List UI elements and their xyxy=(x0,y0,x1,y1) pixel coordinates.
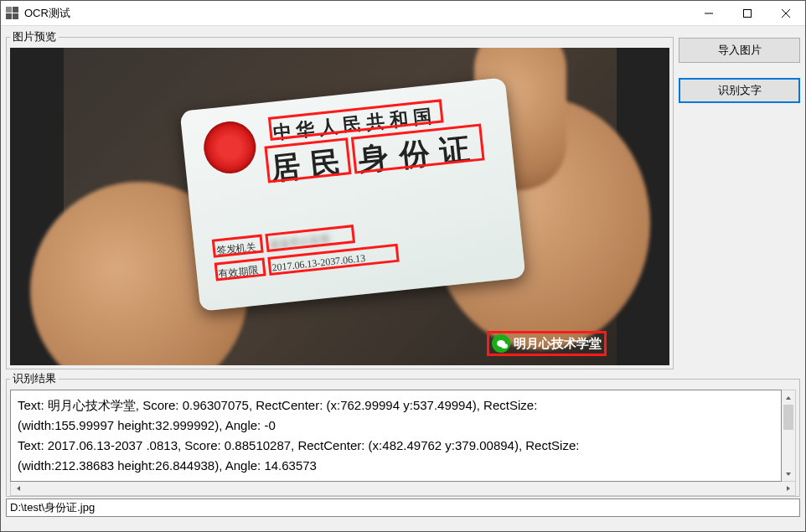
close-button[interactable] xyxy=(767,1,805,25)
side-button-panel: 导入图片 识别文字 xyxy=(679,29,800,369)
minimize-button[interactable] xyxy=(690,1,728,25)
result-horizontal-scrollbar[interactable] xyxy=(10,482,796,496)
result-vertical-scrollbar[interactable] xyxy=(782,390,796,482)
id-card-photo: 中华人民共和国 居 民 身 份 证 签发机关 某某市公安局 有效期限 2017.… xyxy=(64,48,617,365)
scroll-right-icon[interactable] xyxy=(781,482,795,495)
app-icon xyxy=(6,7,19,20)
window-title: OCR测试 xyxy=(24,6,690,21)
result-line: Text: 2017.06.13-2037 .0813, Score: 0.88… xyxy=(18,436,774,456)
result-group: 识别结果 Text: 明月心技术学堂, Score: 0.96307075, R… xyxy=(6,371,800,497)
svg-marker-5 xyxy=(786,473,791,476)
recognize-text-button[interactable]: 识别文字 xyxy=(679,78,800,103)
maximize-button[interactable] xyxy=(728,1,767,25)
window-controls xyxy=(690,1,805,25)
id-card: 中华人民共和国 居 民 身 份 证 签发机关 某某市公安局 有效期限 2017.… xyxy=(179,77,525,311)
scroll-up-icon[interactable] xyxy=(782,390,795,405)
result-line: Text: 明月心技术学堂, Score: 0.96307075, RectCe… xyxy=(18,395,774,416)
result-group-label: 识别结果 xyxy=(10,371,59,386)
ocr-box xyxy=(487,331,607,356)
svg-marker-4 xyxy=(786,396,791,400)
scroll-down-icon[interactable] xyxy=(782,467,795,481)
watermark: 明月心技术学堂 xyxy=(492,334,602,353)
scroll-left-icon[interactable] xyxy=(11,482,25,495)
import-image-button[interactable]: 导入图片 xyxy=(679,38,800,63)
preview-group-label: 图片预览 xyxy=(10,29,59,44)
result-line: (width:212.38683 height:26.844938), Angl… xyxy=(18,456,774,476)
preview-group: 图片预览 中华人民共和国 居 民 身 份 证 签发机关 某某市公安局 xyxy=(6,29,674,369)
image-path-field[interactable] xyxy=(6,498,800,517)
svg-rect-1 xyxy=(744,9,752,17)
svg-marker-6 xyxy=(17,486,20,491)
client-area: 图片预览 中华人民共和国 居 民 身 份 证 签发机关 某某市公安局 xyxy=(1,26,805,531)
app-window: OCR测试 图片预览 中华人民共和国 居 民 xyxy=(0,0,806,532)
scroll-thumb[interactable] xyxy=(783,405,793,430)
titlebar: OCR测试 xyxy=(1,1,805,26)
result-line: (width:155.99997 height:32.999992), Angl… xyxy=(18,416,774,436)
preview-image-area: 中华人民共和国 居 民 身 份 证 签发机关 某某市公安局 有效期限 2017.… xyxy=(10,48,669,365)
ocr-box xyxy=(265,225,355,252)
national-emblem-icon xyxy=(201,118,258,175)
result-textbox[interactable]: Text: 明月心技术学堂, Score: 0.96307075, RectCe… xyxy=(10,390,782,482)
svg-marker-7 xyxy=(787,486,790,491)
